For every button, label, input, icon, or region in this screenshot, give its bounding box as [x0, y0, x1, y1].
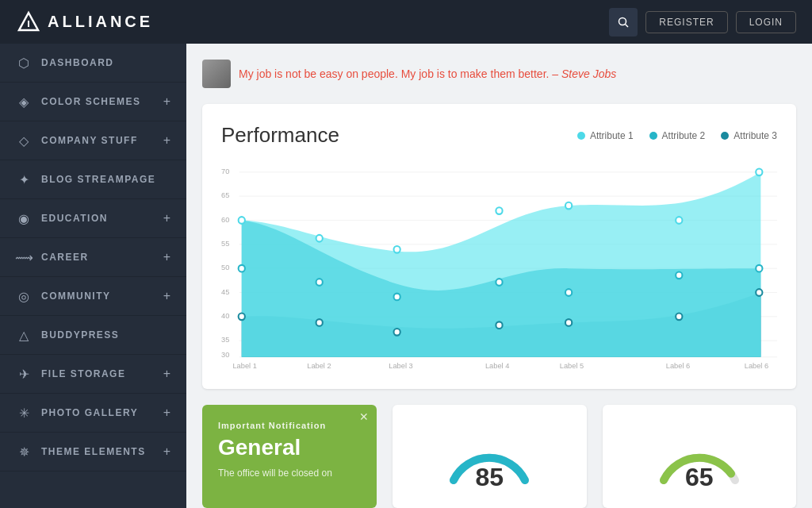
- avatar-image: [202, 60, 231, 88]
- svg-text:55: 55: [221, 239, 229, 248]
- sidebar-icon-career: ⟿: [16, 249, 32, 265]
- svg-point-33: [565, 289, 572, 296]
- svg-point-23: [316, 235, 323, 242]
- svg-point-32: [496, 279, 502, 286]
- sidebar-item-career[interactable]: ⟿ CAREER +: [0, 238, 186, 277]
- svg-point-37: [316, 319, 323, 326]
- sidebar-label-company-stuff: COMPANY STUFF: [41, 135, 138, 146]
- svg-text:Label 4: Label 4: [485, 361, 509, 370]
- svg-text:50: 50: [221, 263, 229, 271]
- avatar: [202, 60, 231, 88]
- sidebar-item-theme-elements[interactable]: ✵ THEME ELEMENTS +: [0, 433, 186, 471]
- sidebar-plus-color-schemes[interactable]: +: [163, 94, 170, 109]
- notification-label: Important Notification: [218, 421, 361, 430]
- sidebar-icon-company-stuff: ◇: [16, 133, 32, 148]
- sidebar-item-dashboard[interactable]: ⬡ DASHBOARD: [0, 44, 186, 83]
- header: ALLIANCE REGISTER LOGIN: [0, 0, 812, 44]
- main-content: My job is not be easy on people. My job …: [186, 44, 812, 508]
- sidebar-icon-photo-gallery: ✳: [16, 405, 32, 421]
- svg-text:30: 30: [221, 350, 229, 359]
- sidebar-item-left: ✦ BLOG STREAMPAGE: [16, 171, 155, 187]
- sidebar-plus-education[interactable]: +: [163, 211, 170, 225]
- notification-title: General: [218, 435, 361, 460]
- sidebar-label-career: CAREER: [41, 252, 89, 263]
- quote-bar: My job is not be easy on people. My job …: [202, 60, 796, 88]
- sidebar-plus-photo-gallery[interactable]: +: [163, 406, 170, 420]
- legend-dot-3: [721, 132, 729, 140]
- bottom-row: ✕ Important Notification General The off…: [202, 405, 796, 508]
- legend-item-2: Attribute 2: [649, 130, 706, 141]
- layout: ⬡ DASHBOARD ◈ COLOR SCHEMES + ◇ COMPANY …: [0, 44, 812, 508]
- sidebar-label-photo-gallery: PHOTO GALLERY: [41, 407, 138, 418]
- gauge-card-1: 85: [393, 405, 587, 508]
- legend-label-2: Attribute 2: [662, 130, 706, 141]
- chart-container: 70 65 60 55 50 45 40 35 30: [221, 164, 777, 370]
- sidebar-label-dashboard: DASHBOARD: [41, 57, 114, 68]
- svg-point-36: [239, 314, 245, 321]
- sidebar-plus-career[interactable]: +: [163, 250, 170, 264]
- notification-body: The office will be closed on: [218, 467, 361, 480]
- svg-point-35: [756, 265, 762, 272]
- sidebar-item-left: ✈ FILE STORAGE: [16, 366, 125, 382]
- logo-text: ALLIANCE: [48, 13, 153, 31]
- sidebar-item-blog-streampage[interactable]: ✦ BLOG STREAMPAGE: [0, 160, 186, 199]
- sidebar-item-photo-gallery[interactable]: ✳ PHOTO GALLERY +: [0, 394, 186, 433]
- gauge-value-1: 85: [475, 463, 504, 492]
- sidebar-plus-theme-elements[interactable]: +: [163, 444, 170, 459]
- svg-text:35: 35: [221, 335, 229, 344]
- gauge-card-2: 65: [603, 405, 797, 508]
- sidebar-label-blog-streampage: BLOG STREAMPAGE: [41, 174, 155, 185]
- svg-text:40: 40: [221, 311, 229, 320]
- card-header: Performance Attribute 1 Attribute 2 Attr…: [221, 123, 777, 148]
- sidebar-item-left: △ BUDDYPRESS: [16, 327, 119, 343]
- svg-point-25: [496, 207, 502, 214]
- sidebar-icon-color-schemes: ◈: [16, 94, 32, 110]
- svg-line-3: [626, 24, 629, 27]
- sidebar-plus-file-storage[interactable]: +: [163, 367, 170, 381]
- sidebar-item-left: ✵ THEME ELEMENTS: [16, 444, 146, 460]
- sidebar-icon-dashboard: ⬡: [16, 55, 32, 71]
- svg-text:Label 2: Label 2: [307, 361, 331, 370]
- sidebar-item-file-storage[interactable]: ✈ FILE STORAGE +: [0, 355, 186, 394]
- sidebar-icon-education: ◉: [16, 210, 32, 226]
- svg-text:Label 3: Label 3: [389, 361, 412, 370]
- svg-point-40: [565, 319, 572, 326]
- sidebar-item-community[interactable]: ◎ COMMUNITY +: [0, 277, 186, 316]
- register-button[interactable]: REGISTER: [645, 11, 727, 33]
- quote-author: Steve Jobs: [561, 67, 616, 80]
- sidebar-item-left: ⬡ DASHBOARD: [16, 55, 114, 71]
- quote-separator: –: [552, 67, 561, 80]
- header-right: REGISTER LOGIN: [609, 8, 796, 37]
- svg-text:60: 60: [221, 214, 229, 223]
- sidebar-item-education[interactable]: ◉ EDUCATION +: [0, 199, 186, 238]
- sidebar-label-color-schemes: COLOR SCHEMES: [41, 96, 141, 107]
- svg-point-31: [394, 294, 400, 301]
- legend-item-1: Attribute 1: [577, 130, 634, 141]
- svg-point-27: [676, 217, 682, 224]
- svg-point-30: [316, 279, 323, 286]
- sidebar-icon-theme-elements: ✵: [16, 444, 32, 460]
- svg-point-28: [756, 169, 762, 176]
- search-icon: [617, 16, 630, 29]
- sidebar-plus-company-stuff[interactable]: +: [163, 133, 170, 148]
- chart-legend: Attribute 1 Attribute 2 Attribute 3: [577, 130, 777, 141]
- svg-text:45: 45: [221, 287, 229, 295]
- sidebar-icon-file-storage: ✈: [16, 366, 32, 382]
- sidebar-item-company-stuff[interactable]: ◇ COMPANY STUFF +: [0, 121, 186, 160]
- sidebar-item-left: ⟿ CAREER: [16, 249, 89, 265]
- sidebar-item-color-schemes[interactable]: ◈ COLOR SCHEMES +: [0, 83, 186, 121]
- sidebar: ⬡ DASHBOARD ◈ COLOR SCHEMES + ◇ COMPANY …: [0, 44, 186, 508]
- logo-icon: [16, 10, 41, 35]
- login-button[interactable]: LOGIN: [736, 11, 796, 33]
- sidebar-label-file-storage: FILE STORAGE: [41, 368, 125, 379]
- notification-card: ✕ Important Notification General The off…: [202, 405, 377, 508]
- logo: ALLIANCE: [16, 10, 153, 35]
- sidebar-icon-community: ◎: [16, 288, 32, 304]
- sidebar-plus-community[interactable]: +: [163, 289, 170, 303]
- sidebar-item-buddypress[interactable]: △ BUDDYPRESS: [0, 316, 186, 355]
- sidebar-icon-buddypress: △: [16, 327, 32, 343]
- search-button[interactable]: [609, 8, 638, 37]
- svg-point-26: [565, 202, 572, 210]
- svg-text:Label 1: Label 1: [232, 361, 256, 370]
- sidebar-item-left: ◈ COLOR SCHEMES: [16, 94, 141, 110]
